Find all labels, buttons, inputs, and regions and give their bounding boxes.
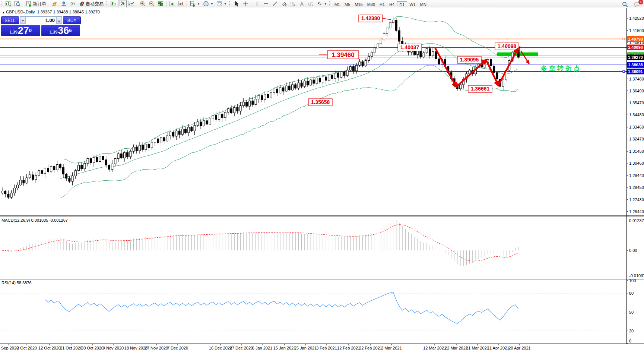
- new-order-label: 新订单: [33, 1, 46, 7]
- collapse-panel-icon[interactable]: ▲: [2, 11, 5, 14]
- svg-text:80: 80: [629, 291, 634, 295]
- svg-text:-0.010374: -0.010374: [629, 273, 644, 278]
- price-tick: 1.33460: [629, 125, 644, 129]
- zoom-out-button[interactable]: [147, 0, 156, 8]
- buy-price-sup: 6: [69, 25, 72, 36]
- chart-area[interactable]: 1.425201.415001.405101.385001.374801.364…: [0, 7, 644, 351]
- sell-price-base: 1.39: [9, 29, 17, 35]
- date-tick: 9 Nov 2020: [103, 346, 124, 350]
- arrows-caret: ▼: [324, 2, 327, 6]
- line-chart-mode-button[interactable]: [127, 0, 136, 8]
- gold-bar-icon: [52, 1, 58, 7]
- trendline-tool-button[interactable]: [270, 0, 279, 8]
- timeframe-m30-button[interactable]: M30: [365, 1, 377, 6]
- fibonacci-tool-button[interactable]: F: [288, 0, 297, 8]
- note-text[interactable]: 多空转折点: [541, 64, 582, 72]
- timeframe-h4-button[interactable]: H4: [387, 1, 397, 6]
- crosshair-tool-button[interactable]: [241, 0, 250, 8]
- new-chart-button[interactable]: [4, 0, 13, 8]
- volume-input[interactable]: [26, 17, 56, 24]
- add-indicator-button[interactable]: ▼: [188, 0, 202, 8]
- symbol-period-label: GBPUSD-,Daily: [6, 10, 35, 14]
- svg-text:0.00: 0.00: [629, 248, 637, 253]
- crosshair-icon: [242, 1, 248, 7]
- annotation-text: 1.35658: [311, 99, 330, 105]
- date-tick: 21 Oct 2020: [60, 346, 82, 350]
- community-button[interactable]: [59, 0, 68, 8]
- date-tick: 25 Jan 2021: [294, 346, 317, 350]
- text-label-tool-button[interactable]: T: [306, 0, 315, 8]
- timeframe-mn-button[interactable]: MN: [418, 1, 429, 6]
- svg-text:E: E: [285, 4, 287, 7]
- date-tick: 3 Feb 2021: [316, 346, 337, 350]
- timeframe-d1-button[interactable]: D1: [397, 1, 407, 6]
- timeframe-m5-button[interactable]: M5: [342, 1, 352, 6]
- date-tick: 20 Apr 2021: [508, 346, 530, 350]
- buy-price-display[interactable]: 1.39 36 6: [41, 25, 80, 36]
- sell-price-big: 27: [18, 26, 29, 35]
- timeframe-h1-button[interactable]: H1: [377, 1, 387, 6]
- buy-button[interactable]: BUY: [63, 16, 81, 24]
- tile-windows-icon: [158, 1, 164, 7]
- clock-icon: [203, 1, 209, 7]
- mt4-terminal: { "toolbar": { "new_order_label": "新订单",…: [0, 0, 644, 351]
- profiles-button[interactable]: [13, 0, 22, 8]
- vertical-line-icon: [254, 1, 260, 7]
- volume-decrease-button[interactable]: ▼: [20, 17, 26, 24]
- timeframe-w1-button[interactable]: W1: [407, 1, 418, 6]
- date-tick: 31 Mar 2021: [466, 346, 489, 350]
- timeframe-m15-button[interactable]: M15: [352, 1, 365, 6]
- new-chart-icon: [5, 1, 11, 7]
- add-indicator-caret: ▼: [197, 2, 200, 6]
- arrows-icon: [317, 1, 323, 7]
- date-tick: 27 Nov 2020: [145, 346, 168, 350]
- horizontal-line-tool-button[interactable]: [261, 0, 270, 8]
- templates-button[interactable]: ▼: [215, 0, 228, 8]
- cursor-icon: [234, 1, 239, 7]
- price-tick: 1.35470: [629, 101, 644, 105]
- tile-windows-button[interactable]: [156, 0, 165, 8]
- fibonacci-icon: F: [290, 1, 296, 7]
- chart-shift-button[interactable]: [177, 0, 185, 8]
- annotation-text: 1.39095: [460, 57, 479, 63]
- trendline-icon: [272, 1, 278, 7]
- annotation-text: 1.42380: [361, 15, 380, 21]
- new-order-icon: [26, 1, 32, 7]
- auto-scroll-button[interactable]: [168, 0, 177, 8]
- signals-button[interactable]: [68, 0, 77, 8]
- new-order-button[interactable]: 新订单: [24, 0, 48, 8]
- candlestick-mode-button[interactable]: [118, 0, 127, 8]
- svg-text:1.38638: 1.38638: [628, 63, 643, 67]
- zoom-out-icon: [149, 1, 155, 7]
- rsi-label: RSI(14) 58.6876: [1, 281, 32, 285]
- bar-chart-icon: [110, 1, 116, 7]
- price-tick: 1.41500: [629, 28, 644, 33]
- sell-price-display[interactable]: 1.39 27 0: [1, 25, 40, 36]
- community-icon: [61, 1, 67, 7]
- annotation-text: 1.39460: [331, 51, 354, 58]
- autotrading-icon: [79, 1, 85, 7]
- bar-chart-mode-button[interactable]: [109, 0, 118, 8]
- text-tool-button[interactable]: A: [297, 0, 306, 8]
- annotation-text: 1.36661: [471, 86, 490, 92]
- periods-caret: ▼: [210, 2, 213, 6]
- arrows-tool-button[interactable]: ▼: [315, 0, 329, 8]
- autotrading-button[interactable]: 自动交易: [77, 0, 105, 8]
- channel-tool-button[interactable]: E: [279, 0, 288, 8]
- date-tick: 3 Sep 2020: [0, 346, 19, 350]
- market-button[interactable]: [50, 0, 59, 8]
- svg-text:F: F: [294, 4, 295, 7]
- price-tick: 1.30460: [629, 161, 644, 165]
- toolbar-grip[interactable]: [1, 1, 3, 6]
- volume-increase-button[interactable]: ▲: [56, 17, 62, 24]
- date-tick: 12 Mar 2021: [423, 346, 446, 350]
- vertical-line-tool-button[interactable]: [253, 0, 261, 8]
- svg-text:100: 100: [629, 278, 636, 283]
- svg-text:T: T: [310, 2, 312, 6]
- zoom-in-button[interactable]: [138, 0, 147, 8]
- cursor-tool-button[interactable]: [232, 0, 241, 8]
- timeframe-m1-button[interactable]: M1: [332, 1, 342, 6]
- sell-button[interactable]: SELL: [1, 16, 19, 24]
- periods-button[interactable]: ▼: [202, 0, 215, 8]
- date-tick: 30 Oct 2020: [81, 346, 104, 350]
